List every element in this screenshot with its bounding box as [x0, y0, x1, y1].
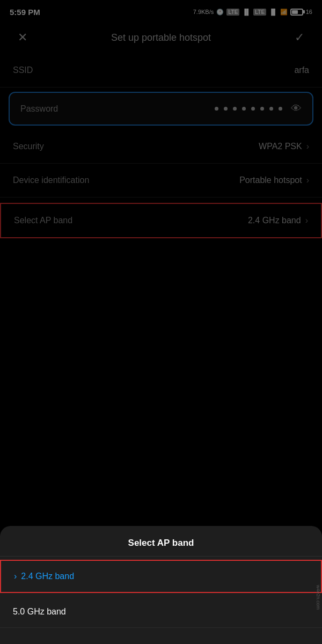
bottom-sheet: Select AP band › 2.4 GHz band 5.0 GHz ba…	[0, 526, 322, 644]
ssid-row[interactable]: SSID arfa	[0, 54, 322, 87]
band-option-2-4ghz-label: 2.4 GHz band	[21, 572, 74, 581]
close-button[interactable]: ✕	[13, 31, 32, 45]
device-identification-row[interactable]: Device identification Portable hotspot ›	[0, 164, 322, 197]
band-option-5ghz[interactable]: 5.0 GHz band	[0, 596, 322, 628]
signal-icon-2: ▐▌	[269, 9, 277, 15]
wifi-icon: 📶	[280, 9, 288, 16]
header: ✕ Set up portable hotspot ✓	[0, 21, 322, 54]
password-row[interactable]: Password 👁	[9, 92, 313, 126]
status-icons: 7.9KB/s 🕐 LTE ▐▌ LTE ▐▌ 📶 16	[193, 9, 312, 16]
device-identification-label: Device identification	[13, 175, 89, 185]
ap-band-value: 2.4 GHz band ›	[248, 216, 308, 225]
device-identification-chevron-icon: ›	[306, 175, 309, 185]
band-option-5ghz-label: 5.0 GHz band	[13, 607, 66, 617]
select-ap-band-row[interactable]: Select AP band 2.4 GHz band ›	[0, 203, 322, 238]
lte-icon: LTE	[226, 9, 239, 16]
confirm-button[interactable]: ✓	[290, 31, 309, 45]
clock-icon: 🕐	[216, 9, 224, 16]
ap-band-label: Select AP band	[14, 216, 72, 225]
page-title: Set up portable hotspot	[32, 32, 290, 43]
watermark: w4e2n.com	[314, 583, 322, 612]
security-label: Security	[13, 142, 44, 151]
device-identification-value: Portable hotspot ›	[239, 175, 309, 185]
security-value: WPA2 PSK ›	[259, 142, 309, 151]
selected-chevron-icon: ›	[14, 572, 17, 581]
password-label: Password	[20, 104, 58, 114]
lte-icon-2: LTE	[253, 9, 266, 16]
battery-level: 16	[306, 9, 312, 15]
signal-icon-1: ▐▌	[242, 9, 251, 15]
ssid-label: SSID	[13, 65, 33, 75]
security-chevron-icon: ›	[306, 142, 309, 151]
status-bar: 5:59 PM 7.9KB/s 🕐 LTE ▐▌ LTE ▐▌ 📶 16	[0, 0, 322, 21]
band-option-2-4ghz[interactable]: › 2.4 GHz band	[0, 560, 322, 593]
password-visibility-toggle[interactable]: 👁	[291, 103, 302, 115]
security-row[interactable]: Security WPA2 PSK ›	[0, 130, 322, 164]
ssid-value: arfa	[294, 65, 309, 75]
ap-band-chevron-icon: ›	[305, 216, 308, 225]
bottom-sheet-title: Select AP band	[0, 526, 322, 557]
password-value-area: 👁	[214, 103, 302, 115]
content-area: SSID arfa Password 👁 Security WPA2 PSK ›	[0, 54, 322, 238]
status-time: 5:59 PM	[10, 8, 40, 17]
speed-indicator: 7.9KB/s	[193, 9, 214, 15]
battery-icon	[290, 9, 303, 16]
battery-fill	[292, 10, 298, 14]
password-dots	[214, 107, 283, 111]
